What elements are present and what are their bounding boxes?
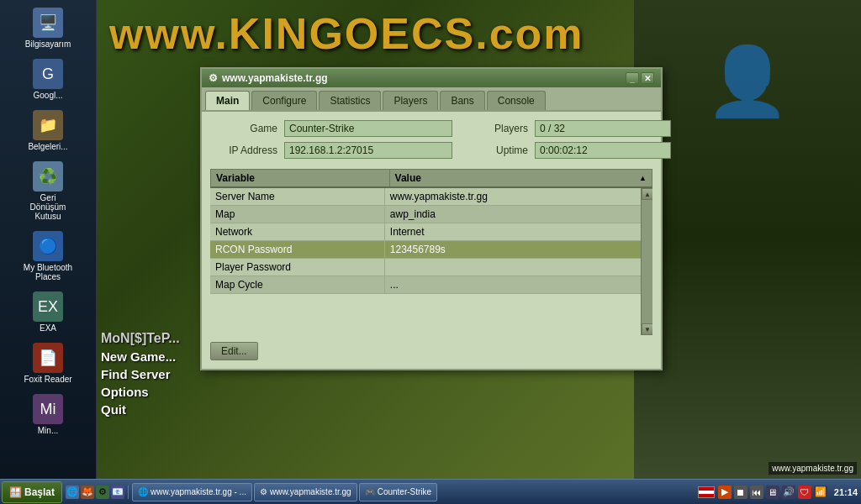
table-scroll-area: Server Name www.yapmakiste.tr.gg Map awp… [210,188,652,335]
var-server-name: Server Name [210,188,385,205]
icon-label-documents: Belgeleri... [28,142,67,151]
uptime-label: Uptime [461,144,528,156]
table-header: Variable Value ▲ [210,169,652,188]
table-row[interactable]: Server Name www.yapmakiste.tr.gg [210,188,652,206]
taskbar-item-2-icon: ⚙ [260,487,267,496]
table-row[interactable]: Player Password [210,259,652,276]
clock: 21:14 [834,487,858,497]
tab-console[interactable]: Console [487,91,546,110]
dialog-titlebar: ⚙ www.yapmakiste.tr.gg _ ✕ [202,69,661,87]
left-menu: MoN[$]TeP... New Game... Find Server Opt… [101,328,180,420]
game-input[interactable] [284,120,452,137]
minimize-button[interactable]: _ [626,72,639,84]
dialog-body: Game IP Address Players Uptime [202,110,661,369]
var-map-cycle: Map Cycle [210,276,385,293]
table-scrollbar[interactable]: ▲ ▼ [641,188,652,335]
info-left-col: Game IP Address [210,120,452,164]
sidebar-icon-recycle[interactable]: ♻️ Geri Dönüşüm Kutusu [18,158,77,224]
table-row[interactable]: Map awp_india [210,206,652,223]
val-map: awp_india [385,206,641,223]
ip-label: IP Address [210,144,277,156]
val-map-cycle: ... [385,276,641,293]
ql-icon-4[interactable]: 📧 [111,486,124,499]
computer-icon: 🖥️ [33,8,63,38]
menu-item-new-game[interactable]: New Game... [101,349,180,364]
var-network: Network [210,223,385,240]
left-sidebar: 🖥️ Bilgisayarım G Googl... 📁 Belgeleri..… [0,0,97,479]
tray-icon-antivirus: 🛡 [798,486,811,499]
val-server-name: www.yapmakiste.tr.gg [385,188,641,205]
menu-item-quit[interactable]: Quit [101,402,180,417]
taskbar-item-1-label: www.yapmakiste.tr.gg - ... [151,487,246,496]
quick-launch: 🌐 🦊 ⚙ 📧 [66,486,129,499]
icon-label-recycle: Geri Dönüşüm Kutusu [22,193,74,221]
dialog-title: www.yapmakiste.tr.gg [222,72,328,84]
val-rcon-password: 123456789s [385,241,641,258]
tray-icon-volume: 🔊 [782,486,795,499]
taskbar-item-2[interactable]: ⚙ www.yapmakiste.tr.gg [254,483,357,501]
sidebar-icon-exa[interactable]: EX EXA [18,288,77,336]
titlebar-left: ⚙ www.yapmakiste.tr.gg [209,72,328,84]
table-row[interactable]: Network Internet [210,223,652,241]
scroll-track[interactable] [642,200,652,323]
ql-icon-2[interactable]: 🦊 [81,486,94,499]
recycle-icon: ♻️ [33,161,63,192]
scroll-up-button[interactable]: ▲ [642,188,652,200]
close-button[interactable]: ✕ [641,72,654,84]
uptime-row: Uptime [461,142,671,159]
tab-statistics[interactable]: Statistics [319,91,381,110]
table-row[interactable]: RCON Password 123456789s [210,241,652,259]
foxit-icon: 📄 [33,343,63,373]
tab-bans[interactable]: Bans [440,91,484,110]
menu-item-find-server[interactable]: Find Server [101,367,180,381]
sidebar-icon-min[interactable]: Mi Min... [18,391,77,438]
val-network: Internet [385,223,641,240]
tab-main[interactable]: Main [205,91,250,110]
banner-text: www.KINGOECS.com [109,8,584,59]
players-input[interactable] [535,120,671,137]
scroll-down-button[interactable]: ▼ [642,323,652,335]
var-player-password: Player Password [210,259,385,276]
tab-configure[interactable]: Configure [251,91,317,110]
taskbar-item-3-label: Counter-Strike [378,487,431,496]
taskbar-item-3[interactable]: 🎮 Counter-Strike [359,483,437,501]
dialog-window: ⚙ www.yapmakiste.tr.gg _ ✕ Main Configur… [200,67,663,370]
ip-input[interactable] [284,142,452,159]
ql-icon-1[interactable]: 🌐 [66,486,79,499]
info-right-col: Players Uptime [461,120,671,164]
sidebar-icon-documents[interactable]: 📁 Belgeleri... [18,107,77,155]
tray-icon-misc: 📶 [814,486,827,499]
sidebar-icon-foxit[interactable]: 📄 Foxit Reader [18,339,77,387]
players-label: Players [461,123,528,134]
language-flag-icon[interactable] [698,486,715,498]
taskbar-item-2-label: www.yapmakiste.tr.gg [270,487,351,496]
ql-icon-3[interactable]: ⚙ [96,486,109,499]
icon-label-min: Min... [38,426,58,435]
var-map: Map [210,206,385,223]
bluetooth-icon: 🔵 [33,231,63,261]
menu-item-options[interactable]: Options [101,385,180,399]
sidebar-icon-google[interactable]: G Googl... [18,55,77,103]
header-scroll-indicator: ▲ [639,174,647,182]
tab-players[interactable]: Players [383,91,438,110]
game-row: Game [210,120,452,137]
game-label: Game [210,123,277,134]
sidebar-icon-bluetooth[interactable]: 🔵 My Bluetooth Places [18,228,77,285]
header-value: Value ▲ [390,170,652,186]
taskbar: 🪟 Başlat 🌐 🦊 ⚙ 📧 🌐 www.yapmakiste.tr.gg … [0,479,861,504]
taskbar-item-3-icon: 🎮 [365,487,375,496]
documents-icon: 📁 [33,110,63,140]
tray-icon-1: ▶ [718,486,732,499]
sidebar-icon-computer[interactable]: 🖥️ Bilgisayarım [18,4,77,52]
steam-logo-icon: ⚙ [209,72,218,84]
soldier-silhouette: 👤 [634,42,861,121]
bottom-right-url: www.yapmakiste.tr.gg [769,462,857,475]
edit-button[interactable]: Edit... [210,342,258,360]
exa-icon: EX [33,291,63,322]
system-tray: ▶ ⏹ ⏮ 🖥 🔊 🛡 📶 [718,486,827,499]
start-button[interactable]: 🪟 Başlat [2,481,62,503]
taskbar-item-1[interactable]: 🌐 www.yapmakiste.tr.gg - ... [132,483,252,501]
table-row[interactable]: Map Cycle ... [210,276,652,294]
info-rows: Game IP Address Players Uptime [210,120,652,164]
uptime-input[interactable] [535,142,671,159]
